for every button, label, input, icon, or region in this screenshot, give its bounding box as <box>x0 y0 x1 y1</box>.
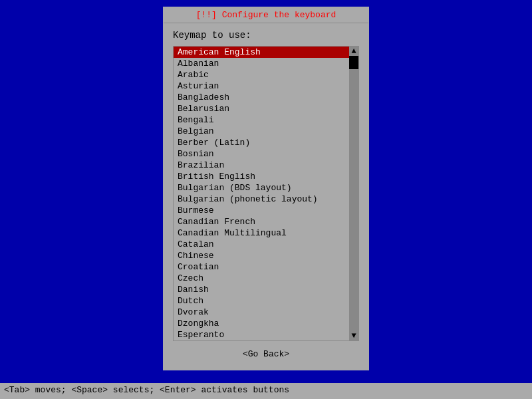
list-item[interactable]: Canadian Multilingual <box>174 227 349 239</box>
keymap-list-container: American EnglishAlbanianArabicAsturianBa… <box>173 46 359 341</box>
list-item[interactable]: Chinese <box>174 250 349 261</box>
list-item[interactable]: Albanian <box>174 58 349 69</box>
list-item[interactable]: Czech <box>174 273 349 284</box>
scrollbar-down-arrow[interactable]: ▼ <box>349 331 358 340</box>
list-item[interactable]: Bulgarian (phonetic layout) <box>174 194 349 205</box>
list-item[interactable]: American English <box>174 47 349 58</box>
status-bar: <Tab> moves; <Space> selects; <Enter> ac… <box>0 383 532 399</box>
list-item[interactable]: Esperanto <box>174 329 349 340</box>
go-back-button[interactable]: <Go Back> <box>173 349 359 359</box>
scrollbar-up-arrow[interactable]: ▲ <box>349 47 358 56</box>
keymap-list[interactable]: American EnglishAlbanianArabicAsturianBa… <box>174 47 349 340</box>
list-item[interactable]: Catalan <box>174 239 349 250</box>
list-item[interactable]: Belgian <box>174 126 349 137</box>
list-item[interactable]: Arabic <box>174 69 349 80</box>
list-item[interactable]: Bangladesh <box>174 92 349 103</box>
list-item[interactable]: Asturian <box>174 80 349 92</box>
list-item[interactable]: Bosnian <box>174 148 349 160</box>
list-item[interactable]: Brazilian <box>174 160 349 171</box>
list-item[interactable]: Croatian <box>174 261 349 273</box>
scrollbar[interactable]: ▲ ▼ <box>349 47 358 340</box>
list-item[interactable]: Burmese <box>174 205 349 216</box>
list-item[interactable]: Danish <box>174 284 349 295</box>
list-item[interactable]: Dutch <box>174 295 349 307</box>
keymap-label: Keymap to use: <box>173 30 359 41</box>
list-item[interactable]: British English <box>174 171 349 182</box>
scrollbar-thumb <box>349 56 358 69</box>
list-item[interactable]: Dzongkha <box>174 318 349 329</box>
scrollbar-track <box>349 56 358 331</box>
list-item[interactable]: Bulgarian (BDS layout) <box>174 182 349 194</box>
list-item[interactable]: Bengali <box>174 114 349 126</box>
list-item[interactable]: Berber (Latin) <box>174 137 349 148</box>
list-item[interactable]: Belarusian <box>174 103 349 114</box>
list-item[interactable]: Dvorak <box>174 307 349 318</box>
list-item[interactable]: Canadian French <box>174 216 349 227</box>
configure-keyboard-dialog: [!!] Configure the keyboard Keymap to us… <box>163 7 369 370</box>
dialog-title: [!!] Configure the keyboard <box>164 7 368 23</box>
dialog-body: Keymap to use: American EnglishAlbanianA… <box>164 23 368 370</box>
